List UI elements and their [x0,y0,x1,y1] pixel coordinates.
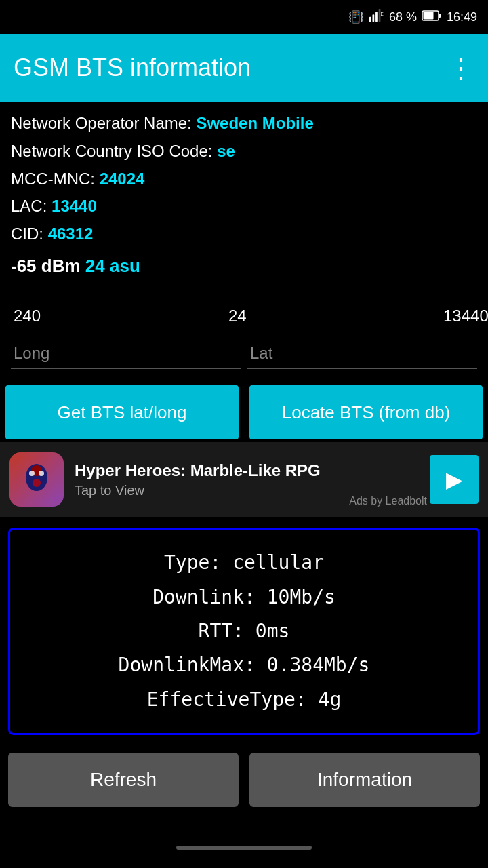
ad-play-button[interactable]: ▶ [430,455,479,504]
lac-label: LAC: [11,197,47,215]
lac-value: 13440 [52,197,97,215]
ad-title: Hyper Heroes: Marble-Like RPG [75,461,419,480]
battery-text: 68 % [389,10,417,24]
information-button[interactable]: Information [249,753,480,807]
nav-pill [176,846,312,850]
type-line: Type: cellular [24,546,464,580]
app-bar: GSM BTS information ⋮ [0,34,488,102]
latlong-row [0,336,488,380]
mnc-input[interactable] [226,302,434,330]
mcc-mnc-label: MCC-MNC: [11,170,95,188]
input-row [0,289,488,336]
country-value: se [217,142,235,160]
cid-label: CID: [11,224,43,243]
svg-rect-1 [372,14,374,22]
signal-asu: 24 asu [85,256,140,276]
vibrate-icon: 📳 [348,9,363,24]
lac-input[interactable] [441,302,488,330]
action-buttons-row: Get BTS lat/long Locate BTS (from db) [0,380,488,442]
svg-rect-7 [439,14,441,18]
mcc-input[interactable] [11,302,219,330]
lac-line: LAC: 13440 [11,193,477,220]
cid-value: 46312 [48,224,94,243]
downlink-max-line: DownlinkMax: 0.384Mb/s [24,648,464,682]
operator-value: Sweden Mobile [196,114,313,132]
network-info-section: Network Operator Name: Sweden Mobile Net… [0,102,488,289]
svg-point-13 [33,479,41,487]
menu-icon[interactable]: ⋮ [447,52,474,83]
svg-rect-2 [375,12,378,22]
effective-type-line: EffectiveType: 4g [24,683,464,717]
signal-icon: E [369,8,384,26]
get-bts-button[interactable]: Get BTS lat/long [5,385,239,439]
lat-input[interactable] [247,338,477,369]
cid-line: CID: 46312 [11,220,477,248]
operator-name-line: Network Operator Name: Sweden Mobile [11,110,477,138]
svg-rect-6 [423,12,433,19]
svg-point-12 [39,471,44,476]
svg-text:E: E [380,12,383,16]
rtt-line: RTT: 0ms [24,614,464,648]
ad-leadbolt-label: Ads by Leadbolt [349,495,427,507]
operator-label: Network Operator Name: [11,114,192,132]
country-line: Network Country ISO Code: se [11,138,477,165]
svg-rect-0 [369,16,371,21]
mcc-mnc-value: 24024 [100,170,145,188]
long-input[interactable] [11,338,241,369]
app-title: GSM BTS information [14,54,251,82]
play-icon: ▶ [446,467,463,492]
refresh-button[interactable]: Refresh [8,753,239,807]
bottom-buttons-row: Refresh Information [0,746,488,814]
status-bar: 📳 E 68 % 16:49 [0,0,488,34]
signal-line: -65 dBm 24 asu [11,251,477,281]
mcc-mnc-line: MCC-MNC: 24024 [11,165,477,193]
downlink-line: Downlink: 10Mb/s [24,580,464,614]
locate-bts-button[interactable]: Locate BTS (from db) [249,385,483,439]
svg-point-11 [29,471,35,476]
signal-dbm: -65 dBm [11,256,81,276]
nav-bar [0,827,488,868]
ad-text: Hyper Heroes: Marble-Like RPG Tap to Vie… [75,461,419,498]
battery-icon [422,9,441,25]
ad-banner[interactable]: Hyper Heroes: Marble-Like RPG Tap to Vie… [0,442,488,517]
country-label: Network Country ISO Code: [11,142,212,160]
info-box: Type: cellular Downlink: 10Mb/s RTT: 0ms… [8,528,480,735]
time-text: 16:49 [447,10,477,24]
ad-icon [9,452,64,507]
